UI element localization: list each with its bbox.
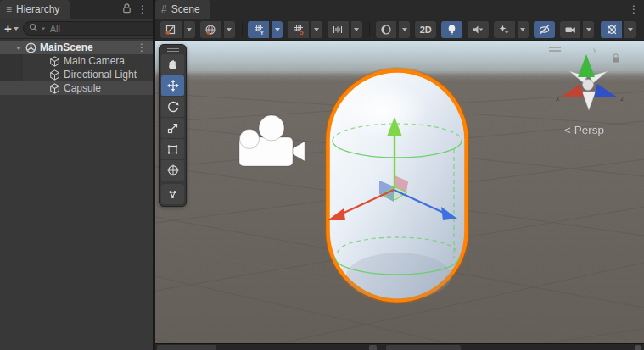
grid-visibility-button[interactable]: Y: [248, 21, 269, 38]
hierarchy-item-label: Main Camera: [61, 55, 153, 67]
effects-dropdown-caret[interactable]: [518, 21, 529, 38]
hierarchy-item-label: MainScene: [37, 42, 137, 53]
axis-x-label: x: [556, 94, 560, 103]
svg-text:5: 5: [300, 29, 304, 36]
axis-y-label: y: [593, 46, 596, 53]
hand-icon: [166, 58, 179, 71]
axis-z-label: z: [620, 94, 624, 103]
gizmos-dropdown-caret[interactable]: [624, 21, 636, 38]
tab-hierarchy[interactable]: ≡ Hierarchy: [0, 0, 70, 19]
hierarchy-item-label: Directional Light: [61, 69, 153, 81]
chevron-down-icon: [14, 27, 19, 31]
gameobject-cube-icon: [48, 69, 61, 81]
scale-tool-button[interactable]: [161, 118, 184, 138]
hierarchy-item-label: Capsule: [61, 82, 153, 94]
rotate-tool-button[interactable]: [161, 97, 184, 117]
tab-scene-label: Scene: [171, 3, 200, 15]
tab-hierarchy-label: Hierarchy: [16, 3, 59, 15]
hierarchy-toolbar: +: [0, 19, 153, 39]
snap-settings-button[interactable]: [328, 21, 349, 38]
gameobject-cube-icon: [48, 83, 61, 94]
gameobject-cube-icon: [48, 56, 61, 67]
effects-sparkle-icon: [498, 24, 510, 36]
unity-scene-icon: [24, 42, 37, 53]
rect-tool-button[interactable]: [161, 139, 184, 159]
hierarchy-tree: ▼ MainScene ⋮ Main Camera Directional Li…: [0, 39, 153, 95]
bottom-icon-sliver: [369, 345, 377, 350]
scene-menu-kebab-icon[interactable]: ⋮: [629, 4, 639, 14]
camera-settings-caret[interactable]: [583, 21, 594, 38]
tool-handle-position-caret[interactable]: [184, 21, 195, 38]
move-icon: [166, 79, 180, 92]
snap-settings-caret[interactable]: [351, 21, 362, 38]
plus-icon: +: [4, 22, 12, 35]
tab-scene[interactable]: # Scene: [155, 0, 210, 19]
scene-viewport[interactable]: x z y < Persp: [155, 41, 644, 343]
hierarchy-item-main-camera[interactable]: Main Camera: [0, 54, 153, 68]
search-icon: [29, 23, 38, 35]
add-gameobject-button[interactable]: +: [4, 22, 19, 35]
overlay-drag-handle[interactable]: [161, 47, 184, 53]
bottom-panel-edge: [155, 343, 644, 350]
scene-3d-view: x z y < Persp: [155, 41, 644, 343]
scene-grid-icon: #: [161, 3, 167, 15]
projection-label[interactable]: < Persp: [564, 124, 604, 136]
hierarchy-item-directional-light[interactable]: Directional Light: [0, 68, 153, 81]
scene-toolbar: Y 5 2D: [155, 19, 644, 41]
lighting-toggle-button[interactable]: [441, 21, 462, 38]
scale-icon: [166, 122, 179, 135]
draw-mode-caret[interactable]: [399, 21, 410, 38]
camera-icon: [564, 24, 576, 36]
tool-handle-rotation-button[interactable]: [200, 21, 221, 38]
hand-tool-button[interactable]: [161, 54, 184, 75]
snap-increment-button[interactable]: 5: [288, 21, 309, 38]
lock-icon[interactable]: [122, 3, 132, 16]
hierarchy-list-icon: ≡: [6, 3, 12, 15]
bottom-icon-sliver: [635, 345, 641, 350]
2d-label: 2D: [420, 25, 432, 35]
audio-toggle-button[interactable]: [468, 21, 489, 38]
bottom-tab-sliver[interactable]: [157, 345, 216, 350]
transform-icon: [166, 164, 180, 177]
grid-visibility-caret[interactable]: [272, 21, 283, 38]
scene-panel: # Scene ⋮ Y 5: [155, 0, 644, 350]
foldout-icon[interactable]: ▼: [13, 45, 24, 51]
gizmo-target-icon: [606, 24, 618, 36]
hierarchy-menu-kebab-icon[interactable]: ⋮: [137, 4, 148, 14]
hierarchy-item-capsule[interactable]: Capsule: [0, 81, 153, 95]
gizmos-dropdown-button[interactable]: [601, 21, 622, 38]
tool-handle-position-button[interactable]: [160, 21, 182, 38]
tool-handle-rotation-caret[interactable]: [224, 21, 235, 38]
hierarchy-tabbar: ≡ Hierarchy ⋮: [0, 0, 153, 19]
hierarchy-item-mainscene[interactable]: ▼ MainScene ⋮: [0, 41, 153, 54]
hierarchy-panel: ≡ Hierarchy ⋮ +: [0, 0, 153, 350]
2d-toggle-button[interactable]: 2D: [415, 21, 436, 38]
rect-icon: [166, 143, 179, 156]
unity-editor-window: ≡ Hierarchy ⋮ +: [0, 0, 644, 350]
eye-slash-icon: [538, 24, 551, 36]
snap-increment-caret[interactable]: [311, 21, 322, 38]
scene-visibility-button[interactable]: [534, 21, 555, 38]
search-filter-caret-icon: [41, 27, 45, 30]
rotate-icon: [166, 100, 180, 114]
draw-mode-button[interactable]: [376, 21, 397, 38]
scene-tabbar: # Scene ⋮: [155, 0, 644, 19]
tools-overlay: [159, 44, 187, 207]
lightbulb-icon: [446, 24, 457, 36]
transform-tool-button[interactable]: [161, 160, 184, 181]
audio-muted-icon: [472, 24, 484, 36]
move-tool-button[interactable]: [161, 75, 184, 96]
effects-dropdown-button[interactable]: [494, 21, 515, 38]
bottom-tab-sliver[interactable]: [386, 345, 461, 350]
svg-text:Y: Y: [260, 29, 264, 36]
camera-settings-button[interactable]: [560, 21, 581, 38]
scene-options-kebab-icon[interactable]: ⋮: [137, 42, 153, 53]
custom-tool-button[interactable]: [161, 184, 184, 204]
custom-tool-icon: [166, 188, 179, 201]
